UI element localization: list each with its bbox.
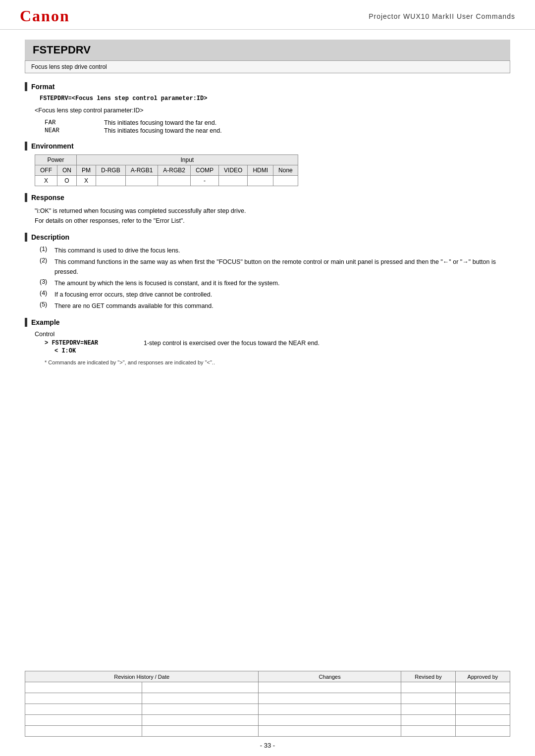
- env-col-drgb: D-RGB: [96, 165, 126, 176]
- footer-rev-3: [25, 704, 142, 715]
- env-data-hdmi: [248, 176, 273, 186]
- footer-changes-1: [259, 682, 401, 693]
- example-cmd-row: > FSTEPDRV=NEAR 1-step control is exerci…: [45, 340, 510, 347]
- footer-col-approved-by: Approved by: [456, 671, 510, 682]
- table-row: FAR This initiates focusing toward the f…: [45, 119, 222, 127]
- spacer: [0, 523, 535, 671]
- footer-area: Revision History / Date Changes Revised …: [0, 671, 535, 737]
- page-header: Canon Projector WUX10 MarkII User Comman…: [0, 0, 535, 30]
- env-data-argb2: [158, 176, 191, 186]
- footer-header-row: Revision History / Date Changes Revised …: [25, 671, 510, 682]
- footer-col-revision-history: Revision History / Date: [25, 671, 259, 682]
- page-number: - 33 -: [0, 737, 535, 756]
- response-section-header: Response: [25, 193, 510, 202]
- desc-num-4: (4): [40, 290, 54, 297]
- desc-text-1: This command is used to drive the focus …: [54, 246, 180, 255]
- env-data-off: X: [35, 176, 57, 186]
- env-col-argb1: A-RGB1: [125, 165, 158, 176]
- page-wrapper: Canon Projector WUX10 MarkII User Comman…: [0, 0, 535, 756]
- footer-rev-5: [25, 726, 142, 737]
- footer-changes-2: [259, 693, 401, 704]
- footer-date-1: [142, 682, 259, 693]
- footer-changes-5: [259, 726, 401, 737]
- env-col-pm: PM: [77, 165, 96, 176]
- env-input-header: Input: [77, 155, 298, 165]
- response-text: "i:OK" is returned when focusing was com…: [35, 206, 510, 226]
- desc-text-2: This command functions in the same way a…: [54, 257, 510, 277]
- footer-data-row: [25, 715, 510, 726]
- example-footnote: * Commands are indicated by ">", and res…: [45, 359, 510, 365]
- response-section-title: Response: [31, 194, 64, 202]
- env-data-row: X O X -: [35, 176, 298, 186]
- env-data-argb1: [125, 176, 158, 186]
- env-data-video: [219, 176, 248, 186]
- param-table: FAR This initiates focusing toward the f…: [45, 119, 222, 135]
- footer-changes-3: [259, 704, 401, 715]
- footer-revised-4: [401, 715, 456, 726]
- desc-text-3: The amount by which the lens is focused …: [54, 278, 279, 288]
- footer-rev-1: [25, 682, 142, 693]
- desc-text-4: If a focusing error occurs, step drive c…: [54, 290, 212, 300]
- env-header-row2: OFF ON PM D-RGB A-RGB1 A-RGB2 COMP VIDEO…: [35, 165, 298, 176]
- footer-data-row: [25, 693, 510, 704]
- param-name-far: FAR: [45, 119, 104, 127]
- response-line-2: For details on other responses, refer to…: [35, 216, 510, 226]
- desc-num-1: (1): [40, 246, 54, 252]
- command-subtitle-box: Focus lens step drive control: [25, 60, 510, 73]
- env-power-header: Power: [35, 155, 77, 165]
- description-list: (1) This command is used to drive the fo…: [40, 246, 510, 311]
- desc-num-3: (3): [40, 278, 54, 285]
- description-section-title: Description: [31, 233, 69, 241]
- footer-col-changes: Changes: [259, 671, 401, 682]
- example-section-header: Example: [25, 318, 510, 327]
- desc-num-2: (2): [40, 257, 54, 264]
- example-command: > FSTEPDRV=NEAR: [45, 340, 144, 347]
- footer-date-3: [142, 704, 259, 715]
- param-desc-far: This initiates focusing toward the far e…: [104, 119, 222, 127]
- env-col-comp: COMP: [191, 165, 219, 176]
- desc-item-4: (4) If a focusing error occurs, step dri…: [40, 290, 510, 300]
- footer-table: Revision History / Date Changes Revised …: [25, 671, 510, 737]
- footer-revised-3: [401, 704, 456, 715]
- example-control-label: Control: [35, 331, 510, 338]
- footer-date-4: [142, 715, 259, 726]
- desc-item-1: (1) This command is used to drive the fo…: [40, 246, 510, 255]
- command-subtitle: Focus lens step drive control: [31, 63, 107, 70]
- footer-revised-5: [401, 726, 456, 737]
- format-section-bar: [25, 82, 27, 91]
- footer-revised-1: [401, 682, 456, 693]
- description-section-bar: [25, 233, 27, 242]
- env-col-on: ON: [57, 165, 77, 176]
- desc-text-5: There are no GET commands available for …: [54, 301, 214, 311]
- footer-data-row: [25, 682, 510, 693]
- format-code: FSTEPDRV=<Focus lens step control parame…: [40, 95, 510, 102]
- footer-revised-2: [401, 693, 456, 704]
- example-response: < I:OK: [54, 348, 510, 354]
- env-header-row1: Power Input: [35, 155, 298, 165]
- footer-data-row: [25, 726, 510, 737]
- format-param-heading: <Focus lens step control parameter:ID>: [35, 107, 510, 114]
- example-content: Control > FSTEPDRV=NEAR 1-step control i…: [35, 331, 510, 365]
- table-row: NEAR This initiates focusing toward the …: [45, 127, 222, 135]
- footer-approved-5: [456, 726, 510, 737]
- format-params: <Focus lens step control parameter:ID>: [35, 107, 510, 114]
- env-data-comp: -: [191, 176, 219, 186]
- param-name-near: NEAR: [45, 127, 104, 135]
- footer-col-revised-by: Revised by: [401, 671, 456, 682]
- response-line-1: "i:OK" is returned when focusing was com…: [35, 206, 510, 216]
- example-command-desc: 1-step control is exercised over the foc…: [144, 340, 320, 347]
- env-col-none: None: [273, 165, 298, 176]
- footer-rev-2: [25, 693, 142, 704]
- footer-rev-4: [25, 715, 142, 726]
- env-data-on: O: [57, 176, 77, 186]
- env-col-hdmi: HDMI: [248, 165, 273, 176]
- environment-section-title: Environment: [31, 142, 74, 150]
- env-data-none: [273, 176, 298, 186]
- desc-item-2: (2) This command functions in the same w…: [40, 257, 510, 277]
- env-data-drgb: [96, 176, 126, 186]
- footer-date-2: [142, 693, 259, 704]
- env-data-pm: X: [77, 176, 96, 186]
- description-section-header: Description: [25, 233, 510, 242]
- example-section-bar: [25, 318, 27, 327]
- env-col-argb2: A-RGB2: [158, 165, 191, 176]
